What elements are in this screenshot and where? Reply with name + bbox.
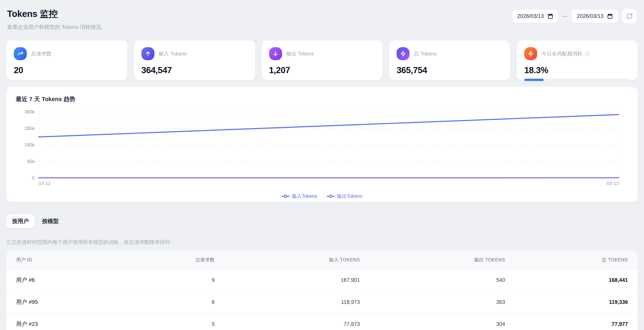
cell-output-tokens: 540 bbox=[360, 269, 505, 291]
cell-user-id: 用户 #6 bbox=[6, 269, 132, 291]
col-header-total-tokens: 总 TOKENS bbox=[505, 251, 638, 269]
col-header-total-requests: 总请求数 bbox=[132, 251, 214, 269]
stat-card-output-tokens: 输出 Tokens 1,207 bbox=[262, 40, 382, 80]
arrow-up-icon bbox=[142, 47, 154, 60]
table-row: 用户 #95 6 118,973 363 119,336 bbox=[6, 291, 638, 313]
arrow-down-icon bbox=[269, 47, 282, 60]
cell-total-tokens: 168,441 bbox=[505, 269, 638, 291]
page-header: Tokens 监控 查看企业用户和模型的 Tokens 消耗情况。 2026/0… bbox=[6, 6, 638, 31]
svg-text:03-12: 03-12 bbox=[38, 181, 50, 186]
svg-text:190k: 190k bbox=[24, 142, 35, 148]
stat-label: 今日全局配额消耗 bbox=[542, 50, 590, 57]
stat-value: 18.3% bbox=[524, 65, 630, 75]
date-start-input[interactable]: 2026/03/13 bbox=[512, 10, 558, 23]
info-icon[interactable] bbox=[585, 51, 590, 56]
stat-value: 20 bbox=[14, 65, 120, 75]
stat-card-total-requests: 总请求数 20 bbox=[6, 40, 127, 80]
stat-label: 输入 Tokens bbox=[159, 50, 187, 57]
cell-input-tokens: 77,673 bbox=[214, 313, 360, 330]
svg-text:0: 0 bbox=[32, 175, 34, 180]
cell-total-tokens: 119,336 bbox=[505, 291, 638, 313]
svg-text:03-13: 03-13 bbox=[607, 181, 619, 186]
refresh-icon bbox=[626, 13, 633, 20]
cell-user-id: 用户 #95 bbox=[6, 291, 132, 313]
cell-total-requests: 9 bbox=[132, 269, 214, 291]
tokens-trend-chart-card: 最近 7 天 Tokens 趋势 095k190k285k380k03-1203… bbox=[6, 87, 638, 202]
table-row: 用户 #6 9 167,901 540 168,441 bbox=[6, 269, 638, 291]
quota-progress-fill bbox=[524, 79, 544, 81]
cell-total-requests: 5 bbox=[132, 313, 214, 330]
legend-label: 输入Tokens bbox=[292, 193, 317, 200]
chart-title: 最近 7 天 Tokens 趋势 bbox=[16, 95, 628, 103]
line-chart-canvas: 095k190k285k380k03-1203-13 bbox=[16, 108, 628, 188]
cell-output-tokens: 304 bbox=[360, 313, 505, 330]
stat-value: 364,547 bbox=[142, 65, 248, 75]
stat-card-total-tokens: 总 Tokens 365,754 bbox=[389, 40, 510, 80]
calendar-icon[interactable] bbox=[548, 13, 553, 19]
trending-up-icon bbox=[14, 47, 27, 60]
col-header-user-id: 用户 ID bbox=[6, 251, 132, 269]
calendar-icon[interactable] bbox=[607, 13, 613, 19]
chart-legend: 输入Tokens输出Tokens bbox=[16, 193, 628, 200]
stat-label: 总请求数 bbox=[31, 50, 52, 57]
date-range-separator: — bbox=[562, 13, 568, 19]
stat-label: 总 Tokens bbox=[414, 50, 437, 57]
legend-line-marker-icon bbox=[327, 194, 334, 198]
date-end-value: 2026/03/13 bbox=[577, 13, 604, 19]
page-header-controls: 2026/03/13 — 2026/03/13 bbox=[512, 9, 637, 24]
legend-item-输入Tokens[interactable]: 输入Tokens bbox=[282, 193, 317, 200]
stat-card-daily-quota: 今日全局配额消耗 18.3% bbox=[517, 40, 638, 80]
table-row: 用户 #23 5 77,673 304 77,977 bbox=[6, 313, 638, 330]
tab-by-model[interactable]: 按模型 bbox=[36, 214, 64, 228]
tab-by-user[interactable]: 按用户 bbox=[6, 214, 34, 228]
quota-progress-track bbox=[524, 79, 630, 81]
table-description: 汇总所选时间范围内每个用户使用所有模型的消耗，按总请求数降序排列 bbox=[6, 239, 638, 246]
zap-icon bbox=[396, 47, 410, 60]
svg-text:95k: 95k bbox=[27, 159, 35, 164]
table-header-row: 用户 ID 总请求数 输入 TOKENS 输出 TOKENS 总 TOKENS bbox=[6, 251, 638, 269]
view-tabs: 按用户 按模型 bbox=[6, 214, 638, 228]
cell-total-requests: 6 bbox=[132, 291, 214, 313]
page-subtitle: 查看企业用户和模型的 Tokens 消耗情况。 bbox=[7, 24, 106, 31]
page-title: Tokens 监控 bbox=[7, 8, 106, 20]
stat-value: 365,754 bbox=[396, 65, 502, 75]
col-header-input-tokens: 输入 TOKENS bbox=[214, 251, 360, 269]
page-header-left: Tokens 监控 查看企业用户和模型的 Tokens 消耗情况。 bbox=[7, 8, 106, 31]
stat-card-input-tokens: 输入 Tokens 364,547 bbox=[134, 40, 255, 80]
date-start-value: 2026/03/13 bbox=[517, 13, 544, 19]
cell-input-tokens: 167,901 bbox=[214, 269, 360, 291]
legend-label: 输出Tokens bbox=[337, 193, 362, 200]
col-header-output-tokens: 输出 TOKENS bbox=[360, 251, 505, 269]
svg-text:285k: 285k bbox=[24, 126, 35, 131]
stat-label: 输出 Tokens bbox=[286, 50, 314, 57]
stat-value: 1,207 bbox=[269, 65, 375, 75]
user-consumption-table: 用户 ID 总请求数 输入 TOKENS 输出 TOKENS 总 TOKENS … bbox=[6, 251, 638, 330]
stat-label-text: 今日全局配额消耗 bbox=[542, 50, 582, 57]
zap-icon bbox=[524, 47, 537, 60]
stat-cards: 总请求数 20 输入 Tokens 364,547 bbox=[6, 40, 638, 80]
refresh-button[interactable] bbox=[622, 9, 637, 24]
date-end-input[interactable]: 2026/03/13 bbox=[572, 10, 618, 23]
cell-user-id: 用户 #23 bbox=[6, 313, 132, 330]
legend-line-marker-icon bbox=[282, 194, 290, 198]
svg-text:380k: 380k bbox=[24, 109, 35, 114]
cell-total-tokens: 77,977 bbox=[505, 313, 638, 330]
user-consumption-table-card: 用户 ID 总请求数 输入 TOKENS 输出 TOKENS 总 TOKENS … bbox=[6, 251, 638, 330]
legend-item-输出Tokens[interactable]: 输出Tokens bbox=[327, 193, 362, 200]
cell-input-tokens: 118,973 bbox=[214, 291, 360, 313]
tokens-trend-chart: 095k190k285k380k03-1203-13 bbox=[16, 108, 628, 190]
cell-output-tokens: 363 bbox=[360, 291, 505, 313]
tokens-monitor-page: Tokens 监控 查看企业用户和模型的 Tokens 消耗情况。 2026/0… bbox=[0, 0, 644, 330]
